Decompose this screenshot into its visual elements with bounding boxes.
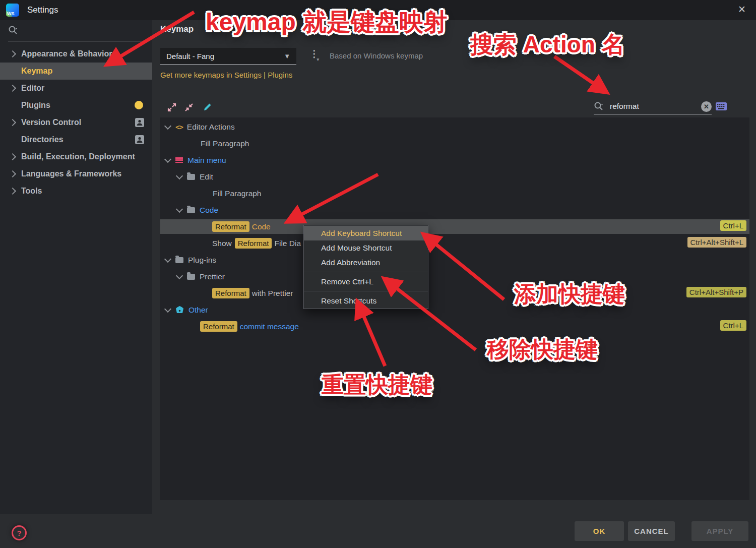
- tree-label: Code: [200, 206, 218, 215]
- collapse-all-icon[interactable]: [183, 102, 195, 113]
- chevron-right-icon: [9, 119, 16, 126]
- folder-icon: [175, 257, 183, 263]
- settings-sidebar: Appearance & Behavior Keymap Editor Plug…: [0, 20, 152, 514]
- sidebar-item-appearance[interactable]: Appearance & Behavior: [0, 45, 152, 63]
- chevron-down-icon: [164, 155, 171, 162]
- get-more-keymaps-link[interactable]: Get more keymaps in Settings | Plugins: [160, 71, 292, 79]
- apply-button[interactable]: APPLY: [691, 521, 748, 541]
- shortcut-badge: Ctrl+Alt+Shift+P: [686, 287, 746, 297]
- close-icon[interactable]: ✕: [738, 4, 746, 15]
- sidebar-item-directories[interactable]: Directories: [0, 131, 152, 148]
- tree-group-main-menu[interactable]: Main menu: [160, 153, 749, 167]
- tree-action-fill-paragraph[interactable]: Fill Paragraph: [160, 186, 749, 201]
- search-match-highlight: Reformat: [212, 288, 249, 298]
- keymap-options-menu-icon[interactable]: ⋮▾: [309, 49, 319, 62]
- tree-group-edit[interactable]: Edit: [160, 169, 749, 184]
- sidebar-item-label: Tools: [21, 187, 42, 196]
- shortcut-badge: Ctrl+L: [720, 320, 746, 331]
- tree-label: Plug-ins: [188, 256, 216, 265]
- sidebar-item-label: Editor: [21, 84, 44, 93]
- tree-action-reformat-with-prettier[interactable]: Reformat with Prettier: [160, 286, 749, 300]
- search-icon: [8, 25, 18, 35]
- chevron-down-icon: [164, 305, 171, 312]
- sidebar-item-label: Plugins: [21, 101, 50, 110]
- sidebar-item-languages[interactable]: Languages & Frameworks: [0, 165, 152, 182]
- chevron-right-icon: [9, 153, 16, 160]
- tree-group-prettier[interactable]: Prettier: [160, 269, 749, 284]
- menu-item-add-keyboard-shortcut[interactable]: Add Keyboard Shortcut: [304, 226, 428, 240]
- title-bar: WS Settings ✕: [0, 0, 756, 20]
- window-title: Settings: [27, 5, 58, 15]
- sidebar-items: Appearance & Behavior Keymap Editor Plug…: [0, 45, 152, 200]
- chevron-down-icon: [164, 122, 171, 129]
- keymap-select[interactable]: Default - Fang ▼: [160, 48, 296, 65]
- search-match-highlight: Reformat: [212, 221, 249, 232]
- tree-group-code[interactable]: Code: [160, 203, 749, 217]
- tree-action-fill-paragraph[interactable]: Fill Paragraph: [160, 136, 749, 151]
- menu-item-reset-shortcuts[interactable]: Reset Shortcuts: [304, 293, 428, 308]
- tree-group-plugins[interactable]: Plug-ins: [160, 253, 749, 267]
- tree-label: Show: [212, 239, 232, 248]
- menu-item-add-mouse-shortcut[interactable]: Add Mouse Shortcut: [304, 240, 428, 255]
- chevron-right-icon: [9, 50, 16, 57]
- expand-all-icon[interactable]: [166, 102, 177, 113]
- sidebar-item-editor[interactable]: Editor: [0, 80, 152, 97]
- sidebar-item-plugins[interactable]: Plugins: [0, 97, 152, 114]
- folder-icon: [187, 207, 195, 213]
- tree-label: Edit: [200, 172, 213, 181]
- keymap-settings-panel: Keymap Default - Fang ▼ ⋮▾ Based on Wind…: [152, 20, 756, 514]
- cancel-button[interactable]: CANCEL: [628, 521, 675, 541]
- chevron-down-icon: [176, 205, 183, 212]
- chevron-right-icon: [9, 188, 16, 195]
- tree-label: Prettier: [200, 272, 225, 281]
- folder-icon: [187, 274, 195, 280]
- dialog-footer: ? OK CANCEL APPLY: [0, 514, 756, 548]
- tree-label: Editor Actions: [187, 123, 235, 132]
- shortcut-context-menu: Add Keyboard Shortcut Add Mouse Shortcut…: [303, 225, 428, 309]
- sidebar-item-build-execution[interactable]: Build, Execution, Deployment: [0, 148, 152, 165]
- search-icon: [594, 101, 604, 111]
- shortcut-badge: Ctrl+L: [720, 220, 746, 231]
- tree-label: Fill Paragraph: [201, 139, 249, 148]
- tree-label: Fill Paragraph: [213, 189, 262, 198]
- tree-action-reformat-code[interactable]: Reformat Code: [160, 219, 749, 234]
- plugins-update-badge: [135, 101, 143, 109]
- tree-action-reformat-commit-message[interactable]: Reformat commit message: [160, 319, 749, 334]
- sidebar-search-icon[interactable]: [8, 25, 18, 35]
- menu-separator: [304, 272, 428, 272]
- chevron-down-icon: ▼: [284, 52, 290, 60]
- shortcut-badge: Ctrl+Alt+Shift+L: [687, 237, 746, 248]
- tree-group-other[interactable]: Other: [160, 302, 749, 317]
- tree-group-editor-actions[interactable]: <> Editor Actions: [160, 119, 749, 134]
- sidebar-item-version-control[interactable]: Version Control: [0, 114, 152, 131]
- tree-label: Other: [188, 306, 208, 315]
- other-group-icon: [175, 306, 184, 314]
- editor-actions-icon: <>: [175, 123, 183, 131]
- sidebar-item-label: Version Control: [21, 118, 81, 127]
- menu-item-remove-shortcut[interactable]: Remove Ctrl+L: [304, 274, 428, 289]
- menu-separator: [304, 291, 428, 291]
- edit-shortcut-pencil-icon[interactable]: [202, 102, 213, 113]
- search-match-highlight: Reformat: [200, 321, 237, 332]
- sidebar-divider: [8, 41, 143, 42]
- search-match-highlight: Reformat: [235, 238, 272, 249]
- tree-label: Main menu: [187, 156, 226, 165]
- webstorm-logo-icon: WS: [6, 4, 19, 17]
- tree-label: Code: [252, 222, 271, 231]
- action-search-field[interactable]: ✕: [594, 99, 712, 115]
- chevron-right-icon: [9, 170, 16, 177]
- sidebar-item-label: Keymap: [21, 67, 52, 76]
- project-scope-icon: [135, 118, 144, 129]
- ok-button[interactable]: OK: [575, 521, 624, 541]
- clear-search-icon[interactable]: ✕: [701, 101, 712, 112]
- keyboard-filter-icon[interactable]: [716, 102, 727, 111]
- menu-item-add-abbreviation[interactable]: Add Abbreviation: [304, 255, 428, 270]
- sidebar-item-keymap[interactable]: Keymap: [0, 63, 152, 80]
- chevron-down-icon: [176, 272, 183, 279]
- tree-action-show-reformat-file-dialog[interactable]: Show Reformat File Dia: [160, 236, 749, 251]
- help-icon[interactable]: ?: [12, 525, 27, 540]
- sidebar-item-tools[interactable]: Tools: [0, 182, 152, 200]
- search-input[interactable]: [609, 101, 671, 111]
- chevron-down-icon: [164, 255, 171, 262]
- tree-label: commit message: [240, 322, 299, 331]
